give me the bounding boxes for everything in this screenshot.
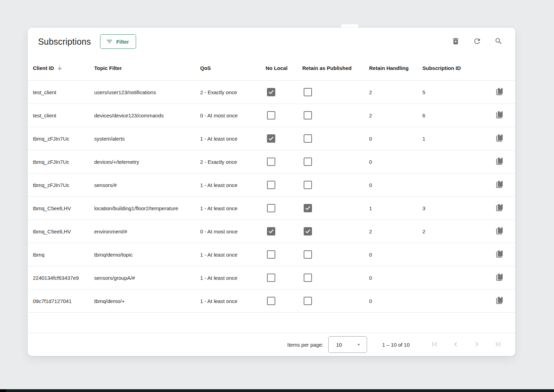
no-local-checkbox[interactable] bbox=[267, 297, 275, 305]
search-button[interactable] bbox=[492, 35, 506, 48]
retain-as-published-checkbox[interactable] bbox=[304, 297, 312, 305]
no-local-checkbox[interactable] bbox=[267, 250, 275, 259]
previous-page-button[interactable] bbox=[449, 338, 463, 351]
cell-client-id: 09c7f1d7127041 bbox=[33, 298, 94, 304]
copy-button[interactable] bbox=[492, 155, 506, 169]
cell-retain-handling: 2 bbox=[368, 229, 422, 234]
refresh-button[interactable] bbox=[470, 35, 484, 48]
cell-qos: 1 - At least once bbox=[200, 136, 266, 142]
cell-actions bbox=[488, 155, 515, 169]
copy-button[interactable] bbox=[492, 248, 506, 261]
cell-actions bbox=[488, 248, 515, 261]
column-header-no-local[interactable]: No Local bbox=[266, 65, 302, 71]
cell-subscription-id: 3 bbox=[422, 205, 488, 211]
table-row[interactable]: tbmq tbmq/demo/topic 1 - At least once 0 bbox=[28, 243, 515, 266]
bottom-bar-left-segment bbox=[0, 389, 6, 392]
cell-retain-as-published bbox=[302, 204, 368, 212]
retain-as-published-checkbox[interactable] bbox=[304, 227, 312, 235]
cell-retain-as-published bbox=[302, 297, 368, 305]
cell-retain-handling: 1 bbox=[368, 205, 422, 211]
no-local-checkbox[interactable] bbox=[267, 158, 275, 166]
table-row[interactable]: tbmq_zFJIn7Uc devices/+/telemetry 2 - Ex… bbox=[28, 150, 515, 173]
column-header-client-id[interactable]: Client ID bbox=[33, 65, 94, 71]
table-row[interactable]: tbmq_zFJIn7Uc sensors/# 1 - At least onc… bbox=[28, 173, 515, 197]
copy-button[interactable] bbox=[492, 178, 506, 192]
column-header-topic-filter[interactable]: Topic Filter bbox=[94, 65, 200, 71]
last-page-button[interactable] bbox=[491, 338, 505, 351]
subscriptions-card: Subscriptions Filter bbox=[28, 28, 515, 356]
cell-no-local bbox=[266, 204, 302, 212]
column-header-retain-handling[interactable]: Retain Handling bbox=[368, 65, 422, 71]
cell-retain-as-published bbox=[302, 111, 368, 119]
copy-button[interactable] bbox=[492, 108, 506, 122]
copy-icon bbox=[495, 296, 504, 306]
copy-icon bbox=[495, 226, 504, 237]
cell-no-local bbox=[266, 227, 302, 235]
cell-client-id: test_client bbox=[33, 113, 94, 118]
cell-retain-as-published bbox=[302, 181, 368, 189]
table-row[interactable]: tbmq_C5eelLHV location/building1/floor2/… bbox=[28, 197, 515, 220]
cell-subscription-id: 2 bbox=[422, 229, 488, 234]
retain-as-published-checkbox[interactable] bbox=[304, 88, 312, 96]
cell-qos: 2 - Exactly once bbox=[200, 89, 266, 95]
retain-as-published-checkbox[interactable] bbox=[304, 250, 312, 259]
retain-as-published-checkbox[interactable] bbox=[304, 111, 312, 119]
cell-no-local bbox=[266, 88, 302, 96]
filter-button[interactable]: Filter bbox=[100, 34, 136, 49]
cell-topic-filter: users/user123/notifications bbox=[94, 89, 200, 95]
cell-no-local bbox=[266, 297, 302, 305]
cell-client-id: tbmq_C5eelLHV bbox=[33, 229, 94, 234]
table-row[interactable]: test_client devices/device123/commands 0… bbox=[28, 104, 515, 127]
no-local-checkbox[interactable] bbox=[267, 181, 275, 189]
no-local-checkbox[interactable] bbox=[267, 204, 275, 212]
copy-button[interactable] bbox=[492, 85, 506, 99]
no-local-checkbox[interactable] bbox=[267, 111, 275, 119]
column-header-qos[interactable]: QoS bbox=[200, 65, 266, 71]
copy-button[interactable] bbox=[492, 224, 506, 238]
cell-client-id: test_client bbox=[33, 89, 94, 95]
cell-retain-as-published bbox=[302, 134, 368, 143]
card-header: Subscriptions Filter bbox=[28, 28, 515, 55]
copy-icon bbox=[495, 110, 504, 121]
no-local-checkbox[interactable] bbox=[267, 88, 275, 96]
copy-button[interactable] bbox=[492, 271, 506, 285]
no-local-checkbox[interactable] bbox=[267, 227, 275, 235]
bottom-bar bbox=[0, 389, 554, 392]
column-header-subscription-id[interactable]: Subscription ID bbox=[422, 65, 488, 71]
next-page-icon bbox=[472, 340, 481, 350]
cell-actions bbox=[488, 85, 515, 99]
cell-topic-filter: sensors/groupA/# bbox=[94, 275, 200, 281]
cell-actions bbox=[488, 201, 515, 215]
first-page-button[interactable] bbox=[428, 338, 441, 351]
copy-button[interactable] bbox=[492, 132, 506, 145]
next-page-button[interactable] bbox=[470, 338, 484, 351]
cell-retain-handling: 2 bbox=[368, 89, 422, 95]
table-row[interactable]: 09c7f1d7127041 tbmq/demo/+ 1 - At least … bbox=[28, 289, 515, 313]
cell-subscription-id: 1 bbox=[422, 136, 488, 142]
paginator-buttons bbox=[428, 338, 505, 351]
copy-button[interactable] bbox=[492, 294, 506, 308]
retain-as-published-checkbox[interactable] bbox=[304, 204, 312, 212]
no-local-checkbox[interactable] bbox=[267, 134, 275, 143]
retain-as-published-checkbox[interactable] bbox=[304, 181, 312, 189]
items-per-page-select[interactable]: 10 bbox=[328, 336, 367, 353]
no-local-checkbox[interactable] bbox=[267, 274, 275, 282]
cell-retain-handling: 0 bbox=[368, 275, 422, 281]
cell-client-id: tbmq_zFJIn7Uc bbox=[33, 159, 94, 165]
retain-as-published-checkbox[interactable] bbox=[304, 134, 312, 143]
column-header-retain-as-published[interactable]: Retain as Published bbox=[302, 65, 368, 71]
copy-icon bbox=[495, 273, 504, 283]
clear-empty-nodes-button[interactable] bbox=[449, 35, 463, 48]
copy-icon bbox=[495, 250, 504, 260]
cell-retain-handling: 0 bbox=[368, 252, 422, 258]
table-row[interactable]: test_client users/user123/notifications … bbox=[28, 81, 515, 104]
retain-as-published-checkbox[interactable] bbox=[304, 274, 312, 282]
table-row[interactable]: tbmq_C5eelLHV environment/# 0 - At most … bbox=[28, 220, 515, 243]
copy-button[interactable] bbox=[492, 201, 506, 215]
retain-as-published-checkbox[interactable] bbox=[304, 158, 312, 166]
cell-retain-as-published bbox=[302, 227, 368, 235]
table-header-row: Client ID Topic Filter QoS No Local Reta… bbox=[28, 55, 515, 81]
table-row[interactable]: tbmq_zFJIn7Uc system/alerts 1 - At least… bbox=[28, 127, 515, 150]
cell-topic-filter: devices/+/telemetry bbox=[94, 159, 200, 165]
table-row[interactable]: 2240134fcf63437e9 sensors/groupA/# 1 - A… bbox=[28, 266, 515, 289]
